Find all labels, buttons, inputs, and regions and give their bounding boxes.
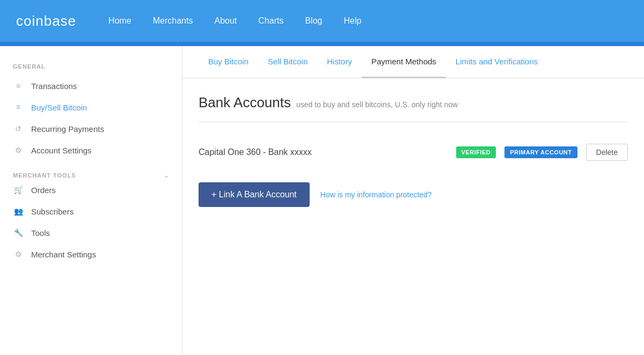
merchant-chevron-icon[interactable]: ⌄ [164, 172, 169, 179]
bank-accounts-header: Bank Accounts used to buy and sell bitco… [199, 94, 628, 122]
tab-history[interactable]: History [317, 46, 362, 78]
sidebar-label-recurring: Recurring Payments [31, 124, 104, 134]
buy-sell-icon: = [13, 102, 24, 113]
content-area: Bank Accounts used to buy and sell bitco… [182, 78, 644, 223]
header: coinbase HomeMerchantsAboutChartsBlogHel… [0, 0, 644, 42]
merchant-section-header: MERCHANT TOOLS ⌄ [0, 172, 182, 179]
tab-buy-bitcoin[interactable]: Buy Bitcoin [199, 46, 258, 78]
sidebar-item-orders[interactable]: 🛒Orders [0, 179, 182, 201]
sidebar-item-subscribers[interactable]: 👥Subscribers [0, 201, 182, 222]
account-settings-icon: ⚙ [13, 145, 24, 156]
nav-item-charts[interactable]: Charts [258, 16, 283, 26]
sidebar-label-transactions: Transactions [31, 82, 77, 91]
sidebar-label-orders: Orders [31, 186, 56, 195]
delete-button[interactable]: Delete [586, 144, 628, 161]
layout: GENERAL ≡Transactions=Buy/Sell Bitcoin↺R… [0, 46, 644, 355]
sidebar-label-subscribers: Subscribers [31, 207, 74, 216]
merchant-nav: 🛒Orders👥Subscribers🔧Tools⚙Merchant Setti… [0, 179, 182, 265]
bank-account-row: Capital One 360 - Bank xxxxx VERIFIED PR… [199, 135, 628, 169]
main-content: Buy BitcoinSell BitcoinHistoryPayment Me… [182, 46, 644, 355]
nav-item-help[interactable]: Help [343, 16, 361, 26]
sidebar-label-merchant-settings: Merchant Settings [31, 250, 96, 259]
general-nav: ≡Transactions=Buy/Sell Bitcoin↺Recurring… [0, 75, 182, 161]
sidebar-item-account-settings[interactable]: ⚙Account Settings [0, 139, 182, 161]
link-bank-section: + Link A Bank Account How is my informat… [199, 182, 628, 207]
tab-limits[interactable]: Limits and Verifications [446, 46, 547, 78]
sidebar-item-merchant-settings[interactable]: ⚙Merchant Settings [0, 243, 182, 265]
sidebar-item-tools[interactable]: 🔧Tools [0, 222, 182, 243]
bank-accounts-subtitle: used to buy and sell bitcoins, U.S. only… [296, 100, 458, 109]
sidebar-item-transactions[interactable]: ≡Transactions [0, 75, 182, 97]
logo[interactable]: coinbase [16, 13, 76, 29]
orders-icon: 🛒 [13, 184, 24, 195]
sidebar: GENERAL ≡Transactions=Buy/Sell Bitcoin↺R… [0, 46, 182, 355]
recurring-icon: ↺ [13, 123, 24, 134]
tools-icon: 🔧 [13, 227, 24, 238]
sub-bar [0, 42, 644, 46]
bank-accounts-title: Bank Accounts [199, 94, 291, 111]
sidebar-item-recurring[interactable]: ↺Recurring Payments [0, 118, 182, 139]
merchant-section-label: MERCHANT TOOLS [13, 172, 76, 179]
verified-badge: VERIFIED [456, 146, 496, 158]
tab-payment-methods[interactable]: Payment Methods [362, 46, 446, 78]
nav-item-home[interactable]: Home [108, 16, 131, 26]
bank-account-name: Capital One 360 - Bank xxxxx [199, 147, 448, 157]
nav-item-about[interactable]: About [214, 16, 237, 26]
nav-item-blog[interactable]: Blog [305, 16, 322, 26]
sidebar-label-tools: Tools [31, 228, 50, 238]
link-bank-button[interactable]: + Link A Bank Account [199, 182, 310, 207]
primary-account-badge: PRIMARY ACCOUNT [504, 146, 577, 158]
general-section-label: GENERAL [0, 63, 182, 75]
tab-sell-bitcoin[interactable]: Sell Bitcoin [258, 46, 317, 78]
sidebar-label-buy-sell: Buy/Sell Bitcoin [31, 103, 87, 112]
main-nav: HomeMerchantsAboutChartsBlogHelp [108, 16, 361, 26]
nav-item-merchants[interactable]: Merchants [153, 16, 193, 26]
sidebar-label-account-settings: Account Settings [31, 146, 92, 155]
tabs-bar: Buy BitcoinSell BitcoinHistoryPayment Me… [182, 46, 644, 78]
info-protection-link[interactable]: How is my information protected? [320, 190, 432, 199]
sidebar-item-buy-sell[interactable]: =Buy/Sell Bitcoin [0, 97, 182, 118]
subscribers-icon: 👥 [13, 206, 24, 217]
merchant-settings-icon: ⚙ [13, 249, 24, 260]
transactions-icon: ≡ [13, 80, 24, 91]
